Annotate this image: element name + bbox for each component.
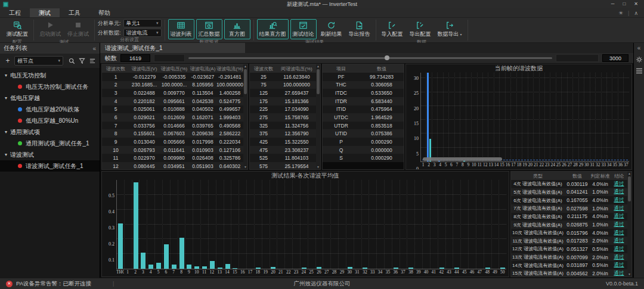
table-row[interactable]: 11 0.022970 0.009980 0.026408 0.325786	[102, 154, 243, 162]
table-row[interactable]: 575 25.179554	[250, 162, 316, 170]
start-test-button[interactable]: 启动测试	[37, 19, 63, 39]
table-row[interactable]: 7 0.033756 0.014666 0.039765 0.490568	[102, 122, 243, 130]
frame-max-input[interactable]	[602, 54, 628, 62]
export-config-button[interactable]: 导出配置	[407, 19, 434, 39]
tree-item[interactable]: 低电压穿越_80%Un	[0, 115, 100, 126]
data-export-button[interactable]: 数据导出 ▾	[435, 19, 465, 39]
add-task-button[interactable]: +	[4, 57, 12, 65]
menu-help[interactable]: 帮助	[89, 8, 119, 17]
tree-item[interactable]: 通用测试项_测试任务_1	[0, 138, 100, 149]
vertical-scrollbar[interactable]: ▲ ▼	[316, 64, 320, 169]
close-icon[interactable]: ✕	[634, 0, 638, 8]
list-panel-icon[interactable]	[636, 68, 643, 74]
table-row[interactable]: 275 15.758765	[250, 113, 316, 122]
table-row[interactable]: 4次 谐波电流有效值(A) 0.030119 4.0%In 通过	[511, 180, 627, 188]
table-row[interactable]: UTDC 1.964529	[323, 113, 404, 122]
slider-handle[interactable]	[385, 55, 389, 60]
node-filter-select[interactable]: 根节点 ▾	[14, 56, 63, 66]
pass-link[interactable]: 通过	[611, 229, 627, 237]
scrollbar-thumb[interactable]	[317, 69, 320, 94]
frame-count-input[interactable]	[120, 54, 150, 62]
analysis-unit-select[interactable]: 单元1 ▾	[123, 19, 162, 27]
pass-link[interactable]: 通过	[611, 205, 627, 212]
table-row[interactable]: 6次 谐波电流有效值(A) 0.167055 4.0%In 通过	[511, 196, 627, 204]
table-row[interactable]: 12次 谐波电流有效值(A) 0.051327 0.5%In 通过	[511, 245, 627, 253]
table-row[interactable]: P 0.000290	[323, 138, 404, 146]
table-row[interactable]: 3 0.022488 0.009770 0.113504 1.400258	[102, 89, 243, 97]
tree-item[interactable]: 谐波测试_测试任务_1	[0, 160, 100, 172]
pass-link[interactable]: 通过	[611, 188, 627, 195]
table-row[interactable]: 11次 谐波电流有效值(A) 0.017283 2.0%In 通过	[511, 237, 627, 245]
table-row[interactable]: 8 0.155601 0.067603 0.209638 2.586222	[102, 129, 243, 138]
table-row[interactable]: 4 0.220182 0.095661 0.042538 0.524775	[102, 97, 243, 105]
frame-slider[interactable]	[188, 57, 552, 59]
table-row[interactable]: 375 12.356790	[250, 129, 316, 138]
table-row[interactable]: PF 99.734283	[323, 73, 404, 81]
table-row[interactable]: ITDR 6.583440	[323, 97, 404, 105]
pass-link[interactable]: 通过	[611, 213, 627, 220]
table-row[interactable]: 6 0.029021 0.012609 0.162071 1.999403	[102, 113, 243, 122]
table-row[interactable]: 425 15.322550	[250, 138, 316, 146]
table-row[interactable]: ITID 0.475964	[323, 105, 404, 114]
table-row[interactable]: 5次 谐波电流有效值(A) 0.041241 1.0%In 通过	[511, 188, 627, 197]
scroll-down-icon[interactable]: ▼	[317, 165, 320, 169]
table-row[interactable]: 325 11.324756	[250, 122, 316, 130]
table-row[interactable]: 75 100.000000	[250, 81, 316, 89]
vertical-scrollbar[interactable]: ▲ ▼	[243, 64, 247, 169]
table-row[interactable]: UTDR 0.853518	[323, 122, 404, 130]
export-report-button[interactable]: 导出报告	[346, 19, 373, 39]
horizontal-scrollbar[interactable]	[423, 157, 502, 161]
pass-link[interactable]: 通过	[611, 237, 627, 244]
menu-tools[interactable]: 工具	[60, 8, 89, 17]
scroll-up-icon[interactable]: ▲	[317, 64, 320, 69]
collapse-ribbon-icon[interactable]: ∧	[634, 10, 638, 16]
table-row[interactable]: 2 230.1685... 100.0000... 8.105956 100.0…	[102, 81, 243, 89]
table-row[interactable]: 1 -0.012279 -0.005335 -0.023627 -0.29148…	[102, 73, 243, 81]
tree-group[interactable]: ▾谐波测试	[0, 149, 100, 160]
collapse-left-panel-button[interactable]: «	[92, 45, 96, 52]
collapse-right-panel-button[interactable]: «	[637, 45, 641, 51]
menu-project[interactable]: 工程	[0, 8, 30, 17]
table-row[interactable]: 125 27.659437	[250, 89, 316, 97]
table-row[interactable]: 9 0.013040 0.005666 0.017998 0.222034	[102, 138, 243, 146]
table-row[interactable]: 15次 谐波电流有效值(A) 0.004562 2.0%In 通过	[511, 269, 627, 277]
pass-link[interactable]: 通过	[611, 254, 627, 261]
table-row[interactable]: 475 23.308237	[250, 146, 316, 154]
histogram-button[interactable]: 直方图	[224, 19, 250, 39]
table-row[interactable]: 225 17.034090	[250, 105, 316, 114]
stop-test-button[interactable]: 停止测试	[65, 19, 91, 39]
analysis-data-select[interactable]: 谐波电流 ▾	[123, 29, 162, 37]
tree-group[interactable]: ▾低电压穿越	[0, 92, 100, 104]
table-row[interactable]: 8次 谐波电流有效值(A) 0.211175 4.0%In 通过	[511, 213, 627, 221]
table-row[interactable]: S 0.000290	[323, 154, 404, 162]
table-row[interactable]: 9次 谐波电流有效值(A) 0.026875 1.0%In 通过	[511, 220, 627, 229]
table-row[interactable]: 13次 谐波电流有效值(A) 0.007099 2.0%In 通过	[511, 253, 627, 262]
test-config-button[interactable]: 测试配置	[4, 19, 30, 39]
minimize-icon[interactable]: ─	[611, 0, 615, 8]
pass-link[interactable]: 通过	[611, 270, 627, 277]
gear-icon[interactable]	[636, 56, 643, 63]
pass-link[interactable]: 通过	[611, 181, 627, 188]
pass-link[interactable]: 通过	[611, 221, 627, 228]
tree-group[interactable]: ▾通用测试项	[0, 126, 100, 138]
tree-group[interactable]: ▾电压无功控制	[0, 70, 100, 81]
pass-link[interactable]: 通过	[611, 262, 627, 269]
table-row[interactable]: THC 0.306058	[323, 81, 404, 89]
pass-link[interactable]: 通过	[611, 246, 627, 253]
table-row[interactable]: 14次 谐波电流有效值(A) 0.031897 0.5%In 通过	[511, 261, 627, 269]
table-row[interactable]: 10 0.026793 0.011641 0.010903 0.127106	[102, 146, 243, 154]
search-icon[interactable]	[69, 58, 75, 64]
menu-test[interactable]: 测试	[30, 8, 60, 17]
expand-list-icon[interactable]	[89, 58, 96, 64]
harmonics-list-button[interactable]: 谐波列表	[168, 19, 194, 39]
table-row[interactable]: 5 0.025061 0.010888 0.040502 0.499657	[102, 105, 243, 114]
test-conclusion-button[interactable]: 测试结论	[290, 19, 317, 39]
summary-data-button[interactable]: 汇总数据	[196, 19, 222, 39]
import-config-button[interactable]: 导入配置	[379, 19, 405, 39]
table-row[interactable]: 12 0.080445 0.034951 0.051903 0.640302	[102, 162, 243, 170]
table-row[interactable]: 25 116.623840	[250, 73, 316, 81]
table-row[interactable]: 7次 谐波电流有效值(A) 0.027598 1.0%In 通过	[511, 204, 627, 213]
table-row[interactable]: 525 11.804103	[250, 154, 316, 162]
table-row[interactable]: UTID 0.075386	[323, 129, 404, 138]
refresh-results-button[interactable]: 刷新结果	[318, 19, 345, 39]
